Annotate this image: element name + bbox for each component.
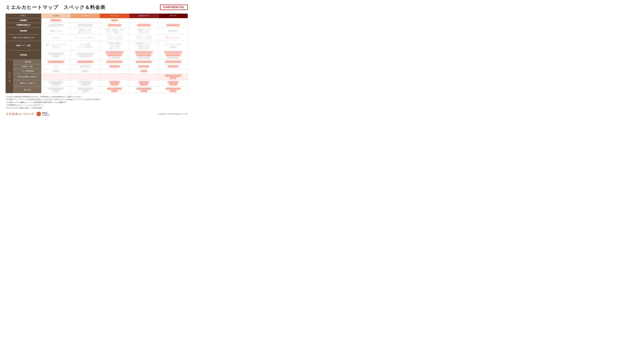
storage-first <box>100 69 129 74</box>
footnote-4: ※4 経験豊富なプロフェッショナルによるサポート <box>6 104 188 106</box>
table-row: GA4,SEO相談し放題※5 - - - - <box>6 74 188 80</box>
monthly-cost-expert <box>129 23 158 28</box>
page-title: ミエルカヒートマップ スペック＆料金表 <box>6 4 106 11</box>
row-label-monthly-cost: 月額費用(税抜)※1 <box>6 23 41 28</box>
table-row: サポート/コンサルティング メールサポート チャット・メールサポート プロフェッ… <box>6 34 188 41</box>
pv-expert <box>129 60 158 64</box>
page-footer: ミエルカ.ヒートマップ F Faber Company Copyright © … <box>6 112 188 116</box>
target-scale-business: 中規模サイト向け 複数ページを持つサイト <box>71 28 100 34</box>
row-label-target-scale: 対象規模 <box>6 28 41 34</box>
payment-business <box>71 87 100 93</box>
support-minimum: メールサポート <box>41 34 70 41</box>
row-label-sites: 登録サイト数 <box>14 64 41 69</box>
row-label-login: 同時ログイン数※2 <box>14 80 41 87</box>
sites-expert <box>129 64 158 69</box>
svg-text:F: F <box>38 113 39 115</box>
footnote-5: ※5デジマのプロに相談し放題ページ(P24)を参照 <box>6 106 188 109</box>
footnote-2: ※2 同時ログインアカウントは社内共有を目的としたものであり、社外アカウントの作… <box>6 98 188 101</box>
ga4-expert: - <box>129 74 158 80</box>
monthly-cost-first <box>100 23 129 28</box>
usecase-business: ビジネス利用 マーケティング担当者向け <box>71 41 100 50</box>
copyright: Copyright © FaberCompany, Inc. P.25 <box>158 113 188 115</box>
footnotes: ※1 表示の月額料金は年間契約時のものです。半年契約時よりも毎月約30%引きでご… <box>6 96 188 109</box>
table-row: 同時ログイン数※2 <box>6 80 188 87</box>
table-row: スペック 計測PV数 <box>6 60 188 64</box>
target-scale-expert: 大規模サイト向け 複数サイト管理 <box>129 28 158 34</box>
logo-mieruka: ミエルカ.ヒートマップ <box>6 112 34 116</box>
table-row: データ保管期間 <box>6 69 188 74</box>
support-expert: プロフェッショナル コンサルティングサービス <box>129 34 158 41</box>
login-first <box>100 80 129 87</box>
monthly-cost-minimum <box>41 23 70 28</box>
payment-super <box>158 87 188 93</box>
usage-expert <box>129 50 158 60</box>
row-label-storage: データ保管期間 <box>14 69 41 74</box>
table-row: 登録サイト数 1サイト <box>6 64 188 69</box>
plan-super-header: スーパー <box>158 14 188 18</box>
page-header: ミエルカヒートマップ スペック＆料金表 CONFIDENTIAL <box>6 4 188 11</box>
initial-cost-business <box>71 18 100 23</box>
login-expert <box>129 80 158 87</box>
row-label-payment: 支払方法 <box>14 87 41 93</box>
footer-logos: ミエルカ.ヒートマップ F Faber Company <box>6 112 50 116</box>
ga4-first: - <box>100 74 129 80</box>
support-first: プロフェッショナル コンサルティングサービス <box>100 34 129 41</box>
company-text: Company <box>42 114 50 116</box>
row-label-usage: 利用用途 <box>6 50 41 60</box>
support-super: 専任コンサルタント <box>158 34 188 41</box>
sites-super <box>158 64 188 69</box>
table-row: 初期費用 <box>6 18 188 23</box>
sites-minimum: 1サイト <box>41 64 70 69</box>
payment-expert <box>129 87 158 93</box>
storage-business <box>71 69 100 74</box>
row-label-pv: 計測PV数 <box>14 60 41 64</box>
payment-minimum <box>41 87 70 93</box>
target-scale-minimum: 小規模サイト向け <box>41 28 70 34</box>
pv-business <box>71 60 100 64</box>
spec-rowspan-label: スペック <box>6 60 14 93</box>
faber-text: Faber <box>42 112 50 114</box>
login-minimum <box>41 80 70 87</box>
target-scale-first: 中規模・大規模サイト向け ECサイト・多機能サイト <box>100 28 129 34</box>
row-label-ga4: GA4,SEO相談し放題※5 <box>14 74 41 80</box>
usecase-first: 本格的なCVR改善 チームでの利用 複数サイト運営 <box>100 41 129 50</box>
sites-business <box>71 64 100 69</box>
sites-first <box>100 64 129 69</box>
monthly-cost-business <box>71 23 100 28</box>
payment-first <box>100 87 129 93</box>
table-row: 月額費用(税抜)※1 <box>6 23 188 28</box>
usage-first <box>100 50 129 60</box>
row-label-initial-cost: 初期費用 <box>6 18 41 23</box>
footnote-3: ※3 自動キャプチャ機能とは、ページの変更履歴を自動で保存してくれる機能です。 <box>6 101 188 104</box>
plan-minimum-header: ミニマム <box>41 14 70 18</box>
login-business <box>71 80 100 87</box>
initial-cost-first <box>100 18 129 23</box>
usage-business <box>71 50 100 60</box>
plan-business-header: ビジネス <box>71 14 100 18</box>
pv-super <box>158 60 188 64</box>
table-row: 利用シーン・目的 個人・スタートアップ向け 基本的な分析 ビジネス利用 マーケテ… <box>6 41 188 50</box>
row-label-usecase: 利用シーン・目的 <box>6 41 41 50</box>
initial-cost-expert <box>129 18 158 23</box>
storage-expert <box>129 69 158 74</box>
monthly-cost-super <box>158 23 188 28</box>
ga4-super <box>158 74 188 80</box>
support-business: チャット・メールサポート <box>71 34 100 41</box>
plan-first-header: ファースト <box>100 14 129 18</box>
table-row: 利用用途 <box>6 50 188 60</box>
login-super <box>158 80 188 87</box>
faber-icon: F <box>36 112 41 116</box>
pv-minimum <box>41 60 70 64</box>
target-scale-super: 超大規模向け <box>158 28 188 34</box>
initial-cost-minimum <box>41 18 70 23</box>
row-label-support: サポート/コンサルティング <box>6 34 41 41</box>
table-row: 対象規模 小規模サイト向け 中規模サイト向け 複数ページを持つサイト 中規模・大… <box>6 28 188 34</box>
plan-header-label: プラン <box>6 14 41 18</box>
confidential-badge: CONFIDENTIAL <box>160 5 188 10</box>
usage-super <box>158 50 188 60</box>
initial-cost-super <box>158 18 188 23</box>
logo-faber: F Faber Company <box>36 112 50 116</box>
usecase-expert: 大規模改善プロジェクト 専門家サポート付き 組織的な取り組み <box>129 41 158 50</box>
usage-minimum <box>41 50 70 60</box>
ga4-business: - <box>71 74 100 80</box>
